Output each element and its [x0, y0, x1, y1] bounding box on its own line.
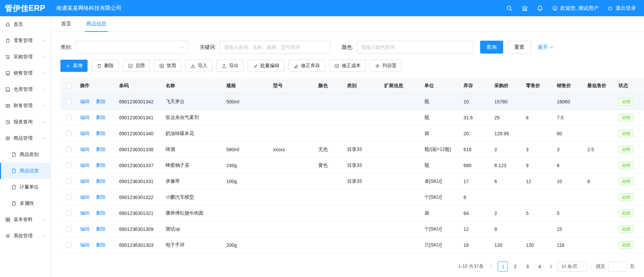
- column-header: 颜色: [315, 78, 344, 94]
- row-checkbox[interactable]: [66, 131, 71, 136]
- reset-button[interactable]: 重置: [508, 41, 531, 54]
- keyword-input[interactable]: [220, 41, 330, 54]
- logout-button[interactable]: 退出登录: [607, 5, 636, 12]
- sidebar-item-finance[interactable]: 财务管理: [0, 98, 51, 114]
- edit-link[interactable]: 编辑: [80, 226, 90, 232]
- fix-cost-button[interactable]: 修正成本: [329, 60, 366, 72]
- edit-link[interactable]: 编辑: [80, 178, 90, 184]
- edit-link[interactable]: 编辑: [80, 242, 90, 248]
- delete-link[interactable]: 删除: [96, 162, 106, 168]
- color-label: 颜色:: [342, 44, 353, 51]
- delete-link[interactable]: 删除: [96, 242, 106, 248]
- row-checkbox[interactable]: [66, 163, 71, 168]
- logout-text: 退出登录: [615, 5, 636, 12]
- user-welcome[interactable]: 欢迎您, 测试用户: [552, 5, 599, 12]
- sidebar-item-multi-attribute[interactable]: 多属性: [0, 195, 51, 212]
- close-square-icon: [159, 63, 164, 68]
- add-button[interactable]: 新增: [60, 60, 88, 72]
- sidebar-item-report[interactable]: 报表查询: [0, 114, 51, 130]
- doc-icon: [11, 201, 17, 206]
- page-number-2[interactable]: 2: [510, 261, 520, 272]
- jump-page-input[interactable]: [608, 261, 627, 272]
- sidebar-item-warehouse[interactable]: 仓库管理: [0, 81, 51, 98]
- button-label: 修正库存: [301, 63, 320, 69]
- color-input[interactable]: [357, 41, 474, 54]
- delete-link[interactable]: 删除: [96, 115, 106, 120]
- edit-link[interactable]: 编辑: [80, 146, 90, 152]
- bank-icon[interactable]: [522, 5, 528, 12]
- delete-link[interactable]: 删除: [96, 178, 106, 184]
- pagination: 1-10 共37条 1234 10 条/页 跳至 页: [60, 261, 634, 272]
- sidebar-item-measure-unit[interactable]: 计量单位: [0, 179, 51, 195]
- cell-purchase-price: 2: [491, 205, 523, 221]
- cell-stock: 12: [460, 221, 491, 237]
- delete-link[interactable]: 删除: [96, 146, 106, 152]
- edit-link[interactable]: 编辑: [80, 115, 90, 120]
- keyword-label: 关键词:: [200, 44, 216, 51]
- page-number-1[interactable]: 1: [498, 261, 508, 272]
- sidebar-item-product-info[interactable]: 商品信息: [0, 163, 51, 179]
- table-row: 编辑删除6901236301340奶油味爆米花袋20129.9960启用: [60, 125, 644, 141]
- delete-link[interactable]: 删除: [96, 99, 106, 104]
- power-icon: [607, 5, 613, 11]
- fix-stock-button[interactable]: 修正库存: [288, 60, 325, 72]
- delete-button[interactable]: 删除: [92, 60, 119, 72]
- delete-link[interactable]: 删除: [96, 131, 106, 136]
- delete-link[interactable]: 删除: [96, 226, 106, 232]
- sidebar-item-label: 商品类别: [20, 152, 39, 158]
- cell-unit: 只[SKU]: [421, 237, 460, 253]
- page-number-4[interactable]: 4: [534, 261, 545, 272]
- sidebar-item-product-category[interactable]: 商品类别: [0, 146, 51, 163]
- sidebar-item-purchase[interactable]: 采购管理: [0, 49, 51, 65]
- bell-icon[interactable]: [537, 5, 543, 12]
- edit-link[interactable]: 编辑: [80, 210, 90, 216]
- button-label: 新增: [73, 63, 82, 69]
- sidebar-item-system[interactable]: 系统管理: [0, 228, 51, 244]
- sidebar-item-retail[interactable]: 零售管理: [0, 33, 51, 49]
- cell-ext: [381, 189, 421, 205]
- import-button[interactable]: 导入: [185, 60, 212, 72]
- column-header: 类别: [344, 78, 381, 94]
- cell-unit: 个[SKU]: [421, 221, 460, 237]
- row-actions: 编辑删除: [77, 237, 116, 253]
- export-button[interactable]: 导出: [216, 60, 244, 72]
- cell-spec: 100g: [223, 173, 270, 189]
- row-checkbox[interactable]: [66, 242, 71, 248]
- row-checkbox[interactable]: [66, 147, 71, 152]
- search-button[interactable]: 查询: [480, 41, 503, 54]
- sidebar-item-sales[interactable]: 销售管理: [0, 65, 51, 81]
- edit-link[interactable]: 编辑: [80, 162, 90, 168]
- next-page-icon[interactable]: [549, 264, 553, 269]
- search-icon[interactable]: [506, 5, 513, 12]
- tab-product-info[interactable]: 商品信息: [86, 16, 107, 32]
- enable-button[interactable]: 启用: [123, 60, 150, 72]
- sidebar-item-label: 多属性: [20, 200, 34, 206]
- row-checkbox[interactable]: [66, 211, 71, 216]
- row-checkbox[interactable]: [66, 226, 71, 232]
- edit-link[interactable]: 编辑: [80, 131, 90, 136]
- row-checkbox[interactable]: [66, 179, 71, 184]
- sidebar-item-product[interactable]: 商品管理: [0, 130, 51, 146]
- row-checkbox[interactable]: [66, 195, 71, 200]
- delete-link[interactable]: 删除: [96, 210, 106, 216]
- sidebar-item-home[interactable]: 首页: [0, 16, 51, 33]
- page-size-select[interactable]: 10 条/页: [557, 261, 587, 272]
- row-checkbox[interactable]: [66, 99, 71, 104]
- sidebar-item-label: 商品信息: [20, 168, 39, 174]
- delete-link[interactable]: 删除: [96, 194, 106, 200]
- sidebar-item-basic-data[interactable]: 基本资料: [0, 212, 51, 228]
- category-select[interactable]: [75, 41, 188, 54]
- batch-edit-button[interactable]: 批量编辑: [248, 60, 284, 72]
- prev-page-icon[interactable]: [489, 264, 494, 269]
- gear-icon: [375, 63, 380, 68]
- column-settings-button[interactable]: 列设置: [370, 60, 402, 72]
- cell-model: [270, 173, 315, 189]
- select-all-checkbox[interactable]: [66, 83, 71, 88]
- tab-home[interactable]: 首页: [61, 16, 71, 32]
- expand-toggle[interactable]: 展开: [538, 44, 554, 51]
- page-number-3[interactable]: 3: [522, 261, 532, 272]
- row-checkbox[interactable]: [66, 115, 71, 120]
- edit-link[interactable]: 编辑: [80, 194, 90, 200]
- disable-button[interactable]: 禁用: [154, 60, 181, 72]
- edit-link[interactable]: 编辑: [80, 99, 90, 104]
